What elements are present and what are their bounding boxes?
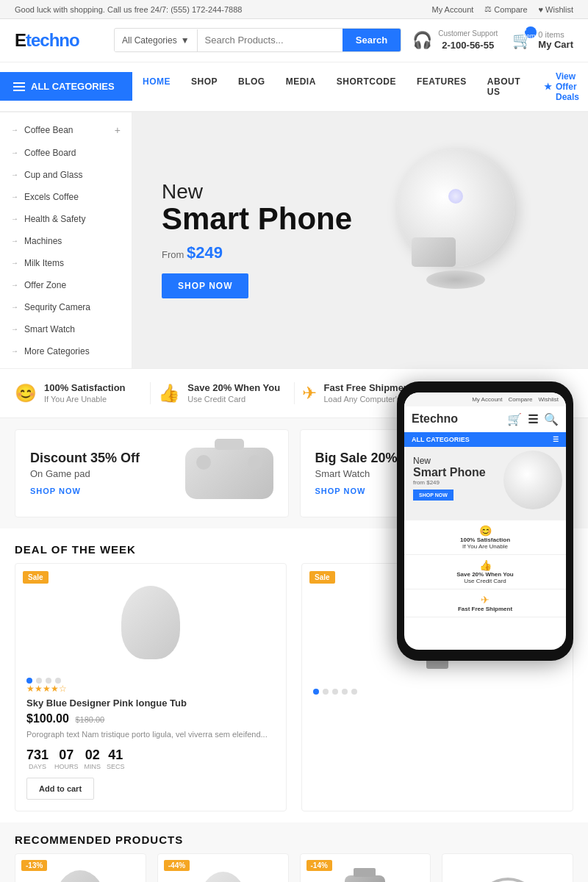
nav-features[interactable]: Features — [406, 68, 477, 106]
deal-desc-1: Porograph text Nam tristique porto ligul… — [26, 729, 275, 740]
hero-from: From $249 — [162, 243, 352, 262]
products-row: -13% ☆☆☆☆☆ Vague Stack Colorful Shoem To… — [0, 853, 588, 882]
all-categories-nav[interactable]: ALL CATEGORIES — [0, 72, 132, 101]
feature-divider — [150, 382, 151, 404]
sidebar-item-cup-glass[interactable]: → Cup and Glass — [0, 164, 132, 186]
countdown-hours: 07 Hours — [54, 747, 79, 770]
countdown: 731 Days 07 Hours 02 Mins 41 Secs — [26, 747, 275, 770]
hero-title-big: Smart Phone — [162, 202, 352, 236]
deal-stars-1: ★★★★☆ — [26, 684, 275, 694]
promo-subtitle-1: On Game pad — [30, 468, 140, 479]
arrow-icon: → — [11, 325, 18, 333]
phone-speaker-img — [503, 451, 562, 509]
sidebar-item-coffee-board[interactable]: → Coffee Board — [0, 142, 132, 164]
gamepad-decoration — [185, 448, 273, 499]
category-dropdown[interactable]: All Categories ▼ — [115, 29, 198, 51]
sidebar-item-offer-zone[interactable]: → Offer Zone — [0, 274, 132, 296]
product-card-1: -13% ☆☆☆☆☆ Vague Stack Colorful Shoem To… — [15, 853, 146, 882]
dot — [342, 689, 348, 695]
dot — [46, 678, 51, 684]
star-icon: ★ — [544, 82, 552, 92]
smile-icon: 😊 — [15, 383, 37, 404]
sidebar-item-smart-watch[interactable]: → Smart Watch — [0, 318, 132, 340]
nav-bar: ALL CATEGORIES Home Shop Blog Media Shor… — [0, 62, 588, 112]
watch-shape-rec — [345, 875, 385, 882]
phone-screen: My Account Compare Wishlist Etechno 🛒 ☰ … — [404, 392, 566, 650]
arrow-icon: → — [11, 215, 18, 223]
phone-hero-button[interactable]: SHOP NOW — [413, 490, 453, 501]
cart-badge: 0 items — [525, 26, 537, 38]
phone-search-icon: 🔍 — [544, 412, 559, 426]
dot — [26, 678, 32, 684]
product-card-2: -44% ☆☆☆☆☆ Sky Blue Designer Pink longue… — [157, 853, 289, 882]
deal-price-1: $100.00 — [26, 712, 69, 725]
header: Etechno All Categories ▼ Search 🎧 Custom… — [0, 19, 588, 62]
cart-info[interactable]: 🛒 0 items 0 items My Cart — [512, 30, 573, 50]
arrow-icon: → — [11, 259, 18, 267]
speaker-shape-rec-2 — [199, 872, 247, 882]
countdown-days: 731 Days — [26, 747, 49, 770]
my-account-link[interactable]: My Account — [431, 5, 473, 14]
recommended-section: RECOMMENDED PRODUCTS -13% ☆☆☆☆☆ Vague St… — [0, 822, 588, 882]
compare-link[interactable]: ⚖ Compare — [484, 4, 527, 14]
phone-feature-3: ✈ Fast Free Shipment — [404, 589, 566, 617]
sidebar-item-coffee-bean[interactable]: → Coffee Bean + — [0, 118, 132, 142]
product-card-4: ☆☆☆☆☆ White Graphic Half Sleeves Top and… — [442, 853, 573, 882]
nav-shortcode[interactable]: Shortcode — [326, 68, 406, 106]
phone-cart-icon: 🛒 — [507, 412, 522, 426]
sidebar-item-excels-coffee[interactable]: → Excels Coffee — [0, 186, 132, 208]
arrow-icon: → — [11, 171, 18, 179]
feature-satisfaction: 😊 100% Satisfaction If You Are Unable — [15, 382, 143, 404]
sidebar-item-security-camera[interactable]: → Sequrity Camera — [0, 296, 132, 318]
offer-deals-link[interactable]: ★ View Offer Deals — [531, 62, 588, 111]
feature-divider-2 — [294, 382, 295, 404]
dot — [313, 689, 319, 695]
nav-shop[interactable]: Shop — [181, 68, 228, 106]
hero-price: $249 — [187, 243, 223, 262]
nav-about[interactable]: About Us — [477, 68, 531, 106]
hero-title-small: New — [162, 182, 352, 202]
product-img-4 — [451, 863, 564, 882]
arrow-icon: → — [11, 347, 18, 355]
support-info: 🎧 Customer Support 2-100-56-55 — [412, 28, 498, 53]
top-bar-message: Good luck with shopping. Call us free 24… — [15, 5, 242, 14]
discount-badge-3: -14% — [306, 860, 332, 871]
search-button[interactable]: Search — [343, 29, 401, 51]
search-input[interactable] — [198, 29, 343, 51]
sidebar-item-milk[interactable]: → Milk Items — [0, 252, 132, 274]
nav-media[interactable]: Media — [276, 68, 326, 106]
nav-home[interactable]: Home — [132, 68, 181, 106]
deal-name-1: Sky Blue Designer Pink longue Tub — [26, 698, 275, 709]
phone-logo-row: Etechno 🛒 ☰ 🔍 — [404, 406, 566, 432]
thumbs-up-icon: 👍 — [158, 383, 180, 404]
deal-old-price-1: $180.00 — [75, 715, 104, 724]
recommended-title: RECOMMENDED PRODUCTS — [0, 822, 588, 853]
wishlist-link[interactable]: ♥ Wishlist — [539, 5, 573, 14]
arrow-icon: → — [11, 193, 18, 201]
promo-discount-1: Discount 35% Off — [30, 451, 140, 466]
promo-gamepad: Discount 35% Off On Game pad SHOP NOW — [15, 429, 289, 517]
search-area: All Categories ▼ Search — [114, 28, 401, 52]
arrow-icon: → — [11, 237, 18, 245]
top-bar: Good luck with shopping. Call us free 24… — [0, 0, 588, 19]
add-to-cart-btn-1[interactable]: Add to cart — [26, 778, 94, 800]
sidebar: → Coffee Bean + → Coffee Board → Cup and… — [0, 112, 132, 368]
sidebar-item-machines[interactable]: → Machines — [0, 230, 132, 252]
product-card-3: -14% ★★★★☆ Coral Double Stripe High-Low … — [300, 853, 431, 882]
mobile-preview: My Account Compare Wishlist Etechno 🛒 ☰ … — [397, 381, 573, 661]
nav-blog[interactable]: Blog — [228, 68, 276, 106]
plane-icon: ✈ — [302, 383, 317, 404]
sidebar-item-more-categories[interactable]: → More Categories — [0, 340, 132, 362]
main-content-row: → Coffee Bean + → Coffee Board → Cup and… — [0, 112, 588, 368]
promo-shop-now-1[interactable]: SHOP NOW — [30, 487, 140, 495]
phone-smile-icon: 😊 — [412, 525, 559, 537]
dot — [55, 678, 61, 684]
deal-dots-1 — [26, 678, 275, 684]
sidebar-item-health-safety[interactable]: → Health & Safety — [0, 208, 132, 230]
hero-shop-now-button[interactable]: SHOP NOW — [162, 273, 248, 298]
hero-image — [338, 127, 573, 289]
chevron-down-icon: ▼ — [181, 35, 190, 46]
cart-icon-wrap: 🛒 0 items — [512, 31, 532, 50]
arrow-icon: → — [11, 126, 18, 134]
phone-top-bar: My Account Compare Wishlist — [404, 392, 566, 406]
